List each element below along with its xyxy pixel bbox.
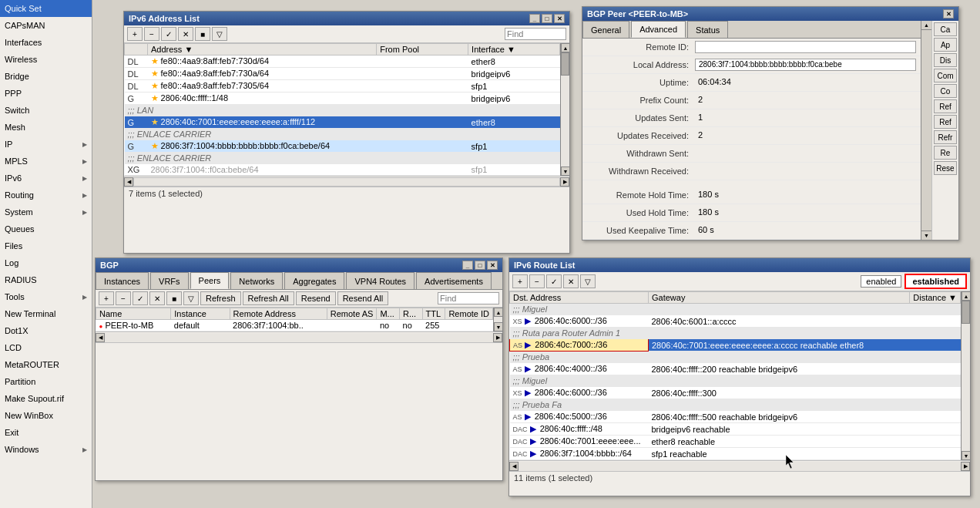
remove-button[interactable]: − xyxy=(144,27,159,41)
tab-advertisements[interactable]: Advertisements xyxy=(416,272,492,289)
sidebar-item-wireless[interactable]: Wireless xyxy=(0,51,92,68)
table-row[interactable]: XG 2806:3f7:1004::f0ca:bebe/64 sfp1 xyxy=(125,164,560,176)
table-row[interactable]: XS ▶ 2806:40c:6000::/36 2806:40c:ffff::3… xyxy=(510,387,961,399)
tab-vpn4routes[interactable]: VPN4 Routes xyxy=(346,272,414,289)
col-dst[interactable]: Dst. Address xyxy=(510,292,649,304)
tab-networks[interactable]: Networks xyxy=(230,272,283,289)
route-scroll-right[interactable]: ▶ xyxy=(961,462,970,471)
col-gateway[interactable]: Gateway xyxy=(649,292,910,304)
sidebar-item-ip[interactable]: IP ▶ xyxy=(0,136,92,153)
sort-button[interactable]: ■ xyxy=(195,27,210,41)
local-address-value[interactable]: 2806:3f7:1004:bbbb:bbbb:bbbb:f0ca:bebe xyxy=(695,59,916,71)
col-remote-as[interactable]: Remote AS xyxy=(327,308,377,320)
filter-button[interactable]: ▽ xyxy=(212,27,227,41)
scroll-down-button[interactable]: ▼ xyxy=(561,167,569,176)
bgp-add-button[interactable]: + xyxy=(99,291,114,305)
bgp-scrollbar-v[interactable]: ▲ ▼ xyxy=(493,308,502,331)
sidebar-item-log[interactable]: Log xyxy=(0,254,92,271)
bgp-scroll-up[interactable]: ▲ xyxy=(494,308,502,317)
table-row[interactable]: DAC ▶ 2806:3f7:1004:bbbb::/64 sfp1 reach… xyxy=(510,448,961,460)
bgp-sort-button[interactable]: ■ xyxy=(166,291,182,305)
sidebar-item-makesupout[interactable]: Make Supout.rif xyxy=(0,390,92,407)
copy-button[interactable]: ✕ xyxy=(178,27,193,41)
sidebar-item-system[interactable]: System ▶ xyxy=(0,204,92,220)
refresh-button[interactable]: Refresh xyxy=(200,291,241,305)
tab-advanced[interactable]: Advanced xyxy=(631,21,686,38)
table-row[interactable]: G ★ 2806:3f7:1004:bbbb:bbbb:bbbb:f0ca:be… xyxy=(125,140,560,153)
dis-button[interactable]: Dis xyxy=(934,53,957,67)
tab-aggregates[interactable]: Aggregates xyxy=(284,272,344,289)
table-row[interactable]: XS ▶ 2806:40c:6000::/36 2806:40c:6001::a… xyxy=(510,315,961,328)
add-button[interactable]: + xyxy=(127,27,143,41)
resend-button[interactable]: Resend xyxy=(296,291,336,305)
route-remove-button[interactable]: − xyxy=(529,274,545,288)
search-input[interactable] xyxy=(505,28,566,40)
sidebar-item-tools[interactable]: Tools ▶ xyxy=(0,288,92,305)
col-m[interactable]: M... xyxy=(377,308,400,320)
sidebar-item-quickset[interactable]: Quick Set xyxy=(0,0,92,17)
sidebar-item-metarouter[interactable]: MetaROUTER xyxy=(0,356,92,373)
refr-button[interactable]: Refr xyxy=(934,130,957,144)
sidebar-item-newwinbox[interactable]: New WinBox xyxy=(0,407,92,424)
sidebar-item-switch[interactable]: Switch xyxy=(0,102,92,119)
table-row-selected[interactable]: G ★ 2806:40c:7001:eeee:eeee:eeee:a:ffff/… xyxy=(125,116,560,129)
sidebar-item-mpls[interactable]: MPLS ▶ xyxy=(0,153,92,170)
route-scroll-up[interactable]: ▲ xyxy=(962,291,970,301)
resend-all-button[interactable]: Resend All xyxy=(337,291,389,305)
col-interface[interactable]: Interface ▼ xyxy=(468,44,560,56)
col-frompool[interactable]: From Pool xyxy=(377,44,468,56)
tab-general[interactable]: General xyxy=(582,21,629,38)
bgp-scroll-down[interactable]: ▼ xyxy=(494,322,502,331)
scroll-down-btn[interactable]: ▼ xyxy=(921,230,931,240)
table-row[interactable]: AS ▶ 2806:40c:4000::/36 2806:40c:ffff::2… xyxy=(510,363,961,375)
sidebar-item-dot1x[interactable]: Dot1X xyxy=(0,322,92,339)
sidebar-item-bridge[interactable]: Bridge xyxy=(0,68,92,85)
re-button[interactable]: Re xyxy=(934,146,957,160)
sidebar-item-radius[interactable]: RADIUS xyxy=(0,271,92,288)
bgp-copy-button[interactable]: ✕ xyxy=(149,291,165,305)
col-ttl[interactable]: TTL xyxy=(422,308,445,320)
remote-id-value[interactable] xyxy=(695,41,916,53)
bgp-scroll-right[interactable]: ▶ xyxy=(493,333,502,342)
refresh-all-button[interactable]: Refresh All xyxy=(243,291,294,305)
col-name[interactable]: Name xyxy=(96,308,171,320)
table-row[interactable]: DL ★ fe80::4aa9:8aff:feb7:730a/64 bridge… xyxy=(125,68,560,80)
col-remote-address[interactable]: Remote Address xyxy=(230,308,327,320)
bgp-minimize[interactable]: _ xyxy=(462,261,473,270)
bgp-close[interactable]: ✕ xyxy=(487,261,498,270)
sidebar-item-ipv6[interactable]: IPv6 ▶ xyxy=(0,170,92,187)
table-row[interactable]: DAC ▶ 2806:40c:7001:eeee:eee... ether8 r… xyxy=(510,436,961,448)
sidebar-item-capsman[interactable]: CAPsMAN xyxy=(0,17,92,34)
ref2-button[interactable]: Ref xyxy=(934,115,957,129)
sidebar-item-mesh[interactable]: Mesh xyxy=(0,119,92,136)
col-remote-id[interactable]: Remote ID xyxy=(445,308,493,320)
route-edit-button[interactable]: ✓ xyxy=(546,274,562,288)
ipv6-close-button[interactable]: ✕ xyxy=(554,14,565,23)
sidebar-item-newterminal[interactable]: New Terminal xyxy=(0,305,92,322)
sidebar-item-lcd[interactable]: LCD xyxy=(0,339,92,356)
scroll-up-button[interactable]: ▲ xyxy=(561,43,569,52)
table-row[interactable]: DL ★ fe80::4aa9:8aff:feb7:7305/64 sfp1 xyxy=(125,80,560,93)
table-row[interactable]: DL ★ fe80::4aa9:8aff:feb7:730d/64 ether8 xyxy=(125,56,560,68)
ipv6-maximize-button[interactable]: □ xyxy=(542,14,552,23)
bgp-edit-button[interactable]: ✓ xyxy=(133,291,148,305)
tab-peers[interactable]: Peers xyxy=(190,272,230,289)
col-distance[interactable]: Distance ▼ xyxy=(910,292,961,304)
ipv6-scrollbar-v[interactable]: ▲ ▼ xyxy=(560,43,569,176)
bgp-search-input[interactable] xyxy=(438,292,499,304)
ipv6-minimize-button[interactable]: _ xyxy=(529,14,540,23)
bgp-scroll-left[interactable]: ◀ xyxy=(96,333,105,342)
bgp-peer-minimize[interactable]: ✕ xyxy=(943,9,954,19)
sidebar-item-interfaces[interactable]: Interfaces xyxy=(0,34,92,51)
route-add-button[interactable]: + xyxy=(512,274,528,288)
com-button[interactable]: Com xyxy=(934,69,957,82)
col-address[interactable]: Address ▼ xyxy=(148,44,377,56)
co-button[interactable]: Co xyxy=(934,84,957,98)
route-filter-button[interactable]: ▽ xyxy=(580,274,596,288)
sidebar-item-windows[interactable]: Windows ▶ xyxy=(0,441,92,458)
table-row[interactable]: G ★ 2806:40c:ffff::1/48 bridgeipv6 xyxy=(125,93,560,105)
sidebar-item-files[interactable]: Files xyxy=(0,237,92,254)
tab-status[interactable]: Status xyxy=(687,21,728,38)
sidebar-item-partition[interactable]: Partition xyxy=(0,373,92,390)
sidebar-item-routing[interactable]: Routing ▶ xyxy=(0,187,92,204)
